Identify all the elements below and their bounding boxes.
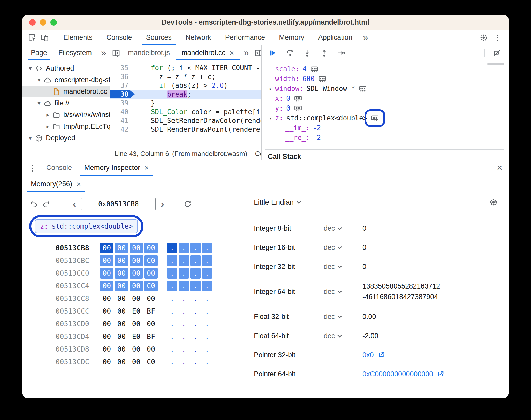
step-icon[interactable]: [334, 47, 348, 59]
memory-ascii[interactable]: .: [190, 255, 201, 266]
memory-ascii[interactable]: .: [167, 281, 177, 291]
tree-item-mandelbrot-cc[interactable]: mandelbrot.cc: [22, 86, 110, 97]
scope-row-re[interactable]: __re_:-2: [265, 133, 509, 143]
memory-byte[interactable]: 00: [115, 344, 128, 355]
memory-byte[interactable]: 00: [130, 268, 143, 279]
memory-ascii[interactable]: .: [202, 306, 212, 317]
memory-ascii[interactable]: .: [167, 268, 177, 279]
memory-ascii[interactable]: .: [190, 344, 201, 355]
memory-ascii[interactable]: .: [202, 243, 212, 253]
highlighted-object-tag[interactable]: z:std::complex<double>: [35, 219, 138, 233]
memory-byte[interactable]: BF: [144, 306, 158, 317]
call-stack-section-header[interactable]: Call Stack: [265, 149, 504, 160]
tab-page[interactable]: Page: [25, 45, 53, 60]
inspect-icon[interactable]: [26, 32, 39, 44]
memory-byte[interactable]: 00: [115, 318, 128, 329]
panel-tab-console[interactable]: Console: [100, 30, 139, 45]
memory-ascii[interactable]: .: [179, 243, 189, 253]
memory-ascii[interactable]: .: [190, 306, 201, 317]
disclosure-down-icon[interactable]: ▾: [35, 100, 43, 107]
memory-ascii[interactable]: .: [167, 243, 177, 253]
endianness-select[interactable]: Little Endian: [254, 198, 294, 206]
memory-ascii[interactable]: .: [202, 268, 212, 279]
memory-ascii[interactable]: .: [202, 255, 212, 266]
memory-byte[interactable]: C0: [144, 356, 158, 367]
memory-byte[interactable]: C0: [144, 281, 158, 291]
memory-ascii[interactable]: .: [179, 318, 189, 329]
close-window-button[interactable]: [29, 19, 36, 26]
memory-byte[interactable]: 00: [115, 293, 128, 304]
memory-ascii[interactable]: .: [167, 318, 177, 329]
refresh-icon[interactable]: [181, 198, 194, 210]
format-dropdown[interactable]: dec: [324, 244, 362, 252]
highlight-chip[interactable]: z:std::complex<double>: [35, 219, 138, 233]
scrollbar-thumb[interactable]: [487, 63, 504, 65]
tree-item-authored[interactable]: ▾Authored: [22, 63, 110, 74]
more-editor-tabs-chevron[interactable]: »: [240, 48, 252, 58]
step-over-icon[interactable]: [283, 47, 297, 59]
memory-ascii[interactable]: .: [179, 255, 189, 266]
tab-mandelbrot-cc[interactable]: mandelbrot.cc×: [176, 45, 240, 60]
memory-ascii[interactable]: .: [202, 331, 212, 342]
drawer-kebab-icon[interactable]: ⋮: [25, 164, 40, 172]
execution-line-number[interactable]: 38: [110, 90, 135, 98]
minimize-window-button[interactable]: [40, 19, 46, 26]
tab-mandelbrot-js[interactable]: mandelbrot.js: [122, 45, 176, 60]
scope-row-y[interactable]: y:0: [265, 103, 509, 113]
memory-byte[interactable]: 00: [115, 306, 128, 317]
format-dropdown[interactable]: dec: [324, 263, 362, 271]
value-text[interactable]: 0x0: [362, 351, 374, 359]
line-number[interactable]: 39: [110, 99, 135, 107]
chip-icon[interactable]: [294, 94, 302, 103]
memory-byte[interactable]: 00: [130, 356, 143, 367]
memory-ascii[interactable]: .: [179, 344, 189, 355]
external-link-icon[interactable]: [377, 351, 385, 359]
memory-ascii[interactable]: .: [190, 243, 201, 253]
memory-ascii[interactable]: .: [167, 331, 177, 342]
memory-ascii[interactable]: .: [167, 306, 177, 317]
reveal-in-memory-inspector[interactable]: [294, 94, 302, 103]
memory-ascii[interactable]: .: [179, 293, 189, 304]
panel-tab-sources[interactable]: Sources: [139, 30, 179, 45]
memory-byte[interactable]: 00: [100, 318, 113, 329]
memory-byte[interactable]: 00: [130, 344, 143, 355]
reveal-in-memory-inspector[interactable]: [310, 65, 318, 73]
memory-byte[interactable]: 00: [130, 281, 143, 291]
memory-byte[interactable]: 00: [130, 293, 143, 304]
close-drawer-icon[interactable]: ×: [497, 163, 509, 173]
chip-icon[interactable]: [318, 75, 327, 83]
close-tab-icon[interactable]: ×: [230, 49, 234, 57]
memory-byte[interactable]: E0: [130, 306, 143, 317]
memory-ascii[interactable]: .: [179, 281, 189, 291]
memory-byte[interactable]: 00: [130, 255, 143, 266]
memory-byte[interactable]: 00: [115, 281, 128, 291]
chip-icon[interactable]: [359, 84, 367, 93]
more-panels-chevron[interactable]: »: [359, 33, 372, 42]
memory-byte[interactable]: 00: [100, 281, 113, 291]
panel-tab-application[interactable]: Application: [311, 30, 359, 45]
memory-byte[interactable]: 00: [115, 243, 128, 253]
memory-byte[interactable]: 00: [130, 318, 143, 329]
close-tab-icon[interactable]: ×: [77, 180, 81, 188]
chip-icon[interactable]: [310, 65, 318, 73]
memory-ascii[interactable]: .: [190, 331, 201, 342]
scope-row-window[interactable]: ▸window:SDL_Window *: [265, 84, 509, 94]
step-into-icon[interactable]: [300, 47, 314, 59]
line-number[interactable]: 35: [110, 64, 135, 72]
memory-byte[interactable]: 00: [100, 255, 113, 266]
line-number[interactable]: 40: [110, 108, 135, 116]
tab-memory-inspector[interactable]: Memory Inspector×: [78, 160, 155, 176]
memory-ascii[interactable]: .: [167, 344, 177, 355]
memory-ascii[interactable]: .: [202, 344, 212, 355]
gear-icon[interactable]: [477, 32, 490, 44]
kebab-menu-icon[interactable]: ⋮: [490, 34, 505, 42]
toggle-navigator-icon[interactable]: [110, 47, 122, 59]
format-dropdown[interactable]: dec: [324, 288, 362, 296]
tab-console[interactable]: Console: [40, 160, 78, 176]
tab-filesystem[interactable]: Filesystem: [53, 45, 97, 60]
memory-byte[interactable]: 00: [100, 268, 113, 279]
address-input[interactable]: [81, 198, 156, 210]
more-navigator-tabs-chevron[interactable]: »: [97, 48, 110, 58]
value-text[interactable]: 0xC000000000000000: [362, 370, 433, 378]
format-dropdown[interactable]: dec: [324, 332, 362, 340]
